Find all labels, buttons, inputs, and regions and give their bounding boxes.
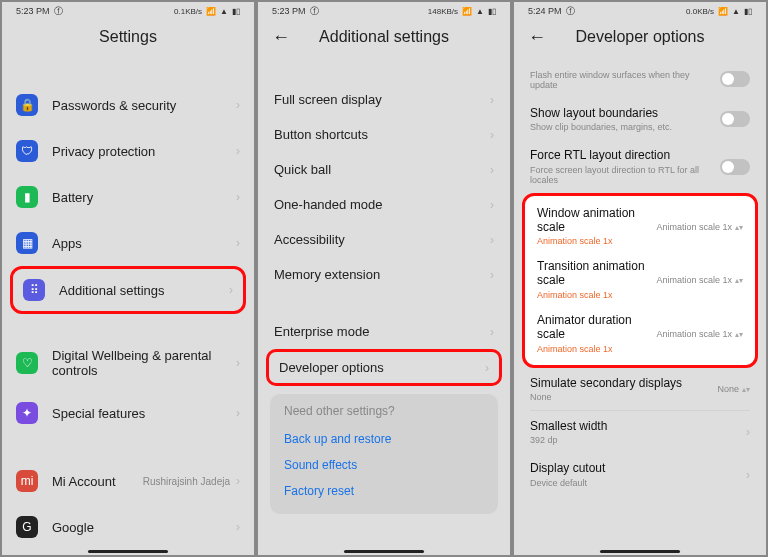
- chevron-right-icon: ›: [236, 98, 240, 112]
- facebook-icon: ⓕ: [566, 5, 575, 18]
- chevron-right-icon: ›: [485, 361, 489, 375]
- chevron-right-icon: ›: [236, 406, 240, 420]
- updown-icon: ▴▾: [735, 225, 743, 230]
- facebook-icon: ⓕ: [310, 5, 319, 18]
- chevron-right-icon: ›: [490, 325, 494, 339]
- link-factory-reset[interactable]: Factory reset: [284, 478, 484, 504]
- mi-icon: mi: [16, 470, 38, 492]
- link-backup-restore[interactable]: Back up and restore: [284, 426, 484, 452]
- item-window-animation[interactable]: Window animation scale Animation scale 1…: [525, 200, 755, 254]
- item-transition-animation[interactable]: Transition animation scale Animation sca…: [525, 253, 755, 307]
- toggle[interactable]: [720, 71, 750, 87]
- highlight-developer-options: Developer options ›: [266, 349, 502, 386]
- battery-icon: ▮▯: [488, 7, 496, 16]
- signal-icon: 📶: [206, 7, 216, 16]
- item-wellbeing[interactable]: ♡ Digital Wellbeing & parental controls …: [2, 336, 254, 390]
- wifi-icon: ▲: [732, 7, 740, 16]
- item-layout-boundaries[interactable]: Show layout boundaries Show clip boundar…: [514, 98, 766, 140]
- lock-icon: 🔒: [16, 94, 38, 116]
- toggle[interactable]: [720, 111, 750, 127]
- item-apps[interactable]: ▦ Apps ›: [2, 220, 254, 266]
- signal-icon: 📶: [462, 7, 472, 16]
- item-enterprise-mode[interactable]: Enterprise mode ›: [258, 314, 510, 349]
- battery-icon: ▮▯: [744, 7, 752, 16]
- item-privacy[interactable]: 🛡 Privacy protection ›: [2, 128, 254, 174]
- item-button-shortcuts[interactable]: Button shortcuts ›: [258, 117, 510, 152]
- chevron-right-icon: ›: [236, 144, 240, 158]
- item-battery[interactable]: ▮ Battery ›: [2, 174, 254, 220]
- nav-indicator: [600, 550, 680, 553]
- item-mi-account[interactable]: mi Mi Account Rushirajsinh Jadeja ›: [2, 458, 254, 504]
- status-bar: 5:23 PM ⓕ 0.1KB/s 📶 ▲ ▮▯: [2, 2, 254, 18]
- item-accessibility[interactable]: Accessibility ›: [258, 222, 510, 257]
- status-bar: 5:24 PM ⓕ 0.0KB/s 📶 ▲ ▮▯: [514, 2, 766, 18]
- item-additional-settings[interactable]: ⠿ Additional settings ›: [13, 269, 243, 311]
- battery-icon: ▮: [16, 186, 38, 208]
- item-display-cutout[interactable]: Display cutout Device default ›: [514, 453, 766, 495]
- status-bar: 5:23 PM ⓕ 148KB/s 📶 ▲ ▮▯: [258, 2, 510, 18]
- item-quick-ball[interactable]: Quick ball ›: [258, 152, 510, 187]
- item-smallest-width[interactable]: Smallest width 392 dp ›: [514, 411, 766, 453]
- apps-icon: ▦: [16, 232, 38, 254]
- item-one-handed[interactable]: One-handed mode ›: [258, 187, 510, 222]
- item-special-features[interactable]: ✦ Special features ›: [2, 390, 254, 436]
- updown-icon: ▴▾: [742, 387, 750, 392]
- facebook-icon: ⓕ: [54, 5, 63, 18]
- chevron-right-icon: ›: [490, 198, 494, 212]
- battery-icon: ▮▯: [232, 7, 240, 16]
- chevron-right-icon: ›: [490, 233, 494, 247]
- grid-icon: ⠿: [23, 279, 45, 301]
- status-time: 5:23 PM: [272, 6, 306, 16]
- back-button[interactable]: ←: [528, 27, 546, 48]
- chevron-right-icon: ›: [236, 474, 240, 488]
- card-heading: Need other settings?: [284, 404, 484, 418]
- updown-icon: ▴▾: [735, 332, 743, 337]
- status-net: 148KB/s: [428, 7, 458, 16]
- item-force-rtl[interactable]: Force RTL layout direction Force screen …: [514, 140, 766, 192]
- page-title: Developer options: [528, 28, 752, 46]
- wifi-icon: ▲: [220, 7, 228, 16]
- header: Settings: [2, 18, 254, 60]
- updown-icon: ▴▾: [735, 278, 743, 283]
- header: ← Developer options: [514, 18, 766, 60]
- chevron-right-icon: ›: [229, 283, 233, 297]
- google-icon: G: [16, 516, 38, 538]
- back-button[interactable]: ←: [272, 27, 290, 48]
- chevron-right-icon: ›: [236, 520, 240, 534]
- chevron-right-icon: ›: [490, 93, 494, 107]
- chevron-right-icon: ›: [490, 128, 494, 142]
- item-memory-extension[interactable]: Memory extension ›: [258, 257, 510, 292]
- status-time: 5:23 PM: [16, 6, 50, 16]
- shield-icon: 🛡: [16, 140, 38, 162]
- chevron-right-icon: ›: [490, 163, 494, 177]
- chevron-right-icon: ›: [236, 356, 240, 370]
- header: ← Additional settings: [258, 18, 510, 60]
- status-time: 5:24 PM: [528, 6, 562, 16]
- link-sound-effects[interactable]: Sound effects: [284, 452, 484, 478]
- item-developer-options[interactable]: Developer options ›: [269, 352, 499, 383]
- screen-additional-settings: 5:23 PM ⓕ 148KB/s 📶 ▲ ▮▯ ← Additional se…: [258, 2, 510, 555]
- item-simulate-displays[interactable]: Simulate secondary displays None None▴▾: [514, 368, 766, 410]
- nav-indicator: [344, 550, 424, 553]
- wellbeing-icon: ♡: [16, 352, 38, 374]
- nav-indicator: [88, 550, 168, 553]
- page-title: Settings: [16, 28, 240, 46]
- status-net: 0.1KB/s: [174, 7, 202, 16]
- chevron-right-icon: ›: [746, 425, 750, 439]
- status-net: 0.0KB/s: [686, 7, 714, 16]
- screen-developer-options: 5:24 PM ⓕ 0.0KB/s 📶 ▲ ▮▯ ← Developer opt…: [514, 2, 766, 555]
- chevron-right-icon: ›: [236, 190, 240, 204]
- item-flash-surfaces[interactable]: Flash entire window surfaces when they u…: [514, 60, 766, 98]
- item-animator-duration[interactable]: Animator duration scale Animation scale …: [525, 307, 755, 361]
- item-full-screen[interactable]: Full screen display ›: [258, 82, 510, 117]
- signal-icon: 📶: [718, 7, 728, 16]
- chevron-right-icon: ›: [236, 236, 240, 250]
- item-google[interactable]: G Google ›: [2, 504, 254, 550]
- highlight-animation-scales: Window animation scale Animation scale 1…: [522, 193, 758, 368]
- toggle[interactable]: [720, 159, 750, 175]
- highlight-additional-settings: ⠿ Additional settings ›: [10, 266, 246, 314]
- star-icon: ✦: [16, 402, 38, 424]
- item-passwords[interactable]: 🔒 Passwords & security ›: [2, 82, 254, 128]
- other-settings-card: Need other settings? Back up and restore…: [270, 394, 498, 514]
- screen-settings: 5:23 PM ⓕ 0.1KB/s 📶 ▲ ▮▯ Settings 🔒 Pass…: [2, 2, 254, 555]
